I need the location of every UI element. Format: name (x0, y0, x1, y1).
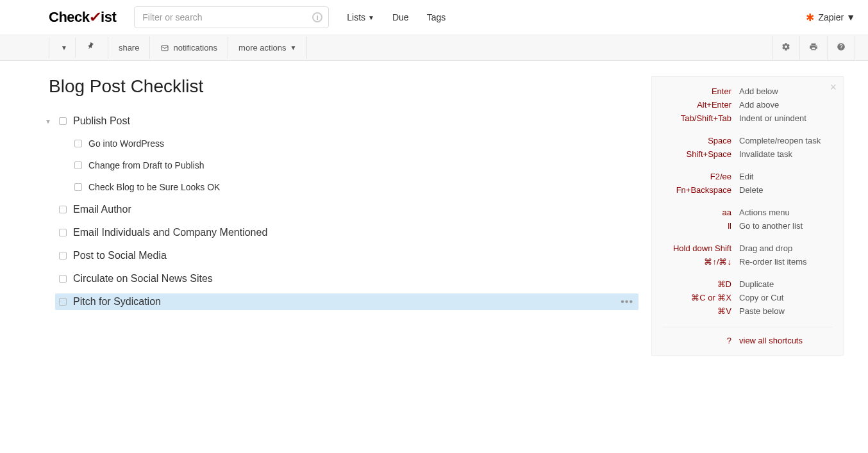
shortcut-desc: Re-order list items (739, 257, 833, 267)
item-row[interactable]: Pitch for Sydication••• (55, 293, 638, 310)
shortcut-desc: Add above (739, 100, 833, 110)
shortcut-row: Tab/Shift+TabIndent or unindent (662, 111, 833, 125)
nav-lists-label: Lists (347, 12, 365, 22)
shortcut-desc: Add below (739, 86, 833, 96)
shortcut-key: F2/ee (662, 172, 739, 181)
shortcut-desc: Edit (739, 172, 833, 181)
shortcut-key: Fn+Backspace (662, 185, 739, 195)
shortcut-row: EnterAdd below (662, 85, 833, 98)
shortcut-desc: Go to another list (739, 221, 833, 231)
shortcut-group: ⌘DDuplicate⌘C or ⌘XCopy or Cut⌘VPaste be… (662, 277, 833, 318)
item-row[interactable]: Email Individuals and Company Mentioned (55, 224, 638, 241)
shortcut-key: Shift+Space (662, 149, 739, 159)
shortcut-desc: Actions menu (739, 208, 833, 217)
list-item[interactable]: Go into WordPress (55, 133, 638, 154)
toolbar-share[interactable]: share (108, 37, 151, 59)
list-item[interactable]: Email Individuals and Company Mentioned (55, 221, 638, 244)
help-button[interactable] (827, 36, 855, 60)
toolbar: ▼ share notifications more actions ▼ (0, 35, 868, 61)
content: Blog Post Checklist ▼Publish PostGo into… (49, 76, 638, 356)
toolbar-more-actions-label: more actions (238, 43, 286, 53)
shortcut-group: SpaceComplete/reopen taskShift+SpaceInva… (662, 134, 833, 161)
nav-due[interactable]: Due (392, 12, 409, 22)
shortcut-footer-desc: view all shortcuts (739, 336, 833, 345)
list-item[interactable]: ▼Publish Post (55, 110, 638, 133)
toolbar-notifications[interactable]: notifications (150, 37, 228, 59)
checkbox[interactable] (74, 161, 82, 169)
info-icon[interactable]: i (312, 12, 322, 22)
item-row[interactable]: Email Author (55, 201, 638, 218)
list-item[interactable]: Post to Social Media (55, 244, 638, 267)
shortcut-row: llGo to another list (662, 219, 833, 233)
nav-lists[interactable]: Lists ▼ (347, 12, 374, 22)
user-menu[interactable]: ✱ Zapier ▼ (806, 12, 855, 24)
checkbox[interactable] (59, 275, 67, 283)
item-row[interactable]: Check Blog to be Sure Looks OK (71, 179, 638, 195)
shortcut-row: F2/eeEdit (662, 170, 833, 183)
shortcut-key: aa (662, 208, 739, 217)
nav-due-label: Due (392, 12, 409, 22)
list-item[interactable]: Check Blog to be Sure Looks OK (55, 176, 638, 198)
item-text: Pitch for Sydication (73, 296, 161, 308)
shortcut-desc: Invalidate task (739, 149, 833, 159)
checkbox[interactable] (59, 252, 67, 259)
item-text: Email Author (73, 204, 131, 215)
list-item[interactable]: Email Author (55, 198, 638, 221)
list-item[interactable]: Pitch for Sydication••• (55, 290, 638, 313)
shortcut-row: Shift+SpaceInvalidate task (662, 147, 833, 161)
shortcut-row: ⌘VPaste below (662, 304, 833, 318)
checkbox[interactable] (74, 183, 82, 191)
item-text: Check Blog to be Sure Looks OK (88, 182, 220, 192)
item-row[interactable]: Publish Post (55, 113, 638, 129)
shortcut-row: ⌘DDuplicate (662, 277, 833, 291)
shortcut-desc: Delete (739, 185, 833, 195)
toolbar-dropdown[interactable]: ▼ (49, 38, 76, 58)
more-icon[interactable]: ••• (621, 296, 633, 308)
shortcut-key: ⌘D (662, 279, 739, 289)
shortcut-key: ⌘V (662, 306, 739, 316)
checkbox[interactable] (74, 140, 82, 147)
nav-tags[interactable]: Tags (427, 12, 446, 22)
shortcut-footer[interactable]: ? view all shortcuts (662, 327, 833, 347)
list-item[interactable]: Change from Draft to Publish (55, 154, 638, 176)
checkbox[interactable] (59, 298, 67, 306)
checkbox[interactable] (59, 229, 67, 236)
checkbox[interactable] (59, 117, 67, 125)
checkbox[interactable] (59, 206, 67, 213)
logo-check-icon: ✓ (88, 9, 102, 26)
item-row[interactable]: Post to Social Media (55, 247, 638, 264)
shortcut-key: ⌘C or ⌘X (662, 293, 739, 302)
shortcut-desc: Complete/reopen task (739, 136, 833, 145)
toolbar-pin[interactable] (76, 37, 108, 59)
logo[interactable]: Check✓ist (49, 9, 116, 26)
list-item[interactable]: Circulate on Social News Sites (55, 267, 638, 290)
nav-tags-label: Tags (427, 12, 446, 22)
print-button[interactable] (799, 36, 827, 60)
logo-text-2: ist (101, 9, 116, 25)
caret-down-icon: ▼ (846, 12, 855, 22)
item-text: Email Individuals and Company Mentioned (73, 227, 267, 238)
toolbar-more-actions[interactable]: more actions ▼ (228, 37, 307, 59)
shortcut-group: EnterAdd belowAlt+EnterAdd aboveTab/Shif… (662, 85, 833, 125)
shortcut-key: Alt+Enter (662, 100, 739, 110)
item-row[interactable]: Change from Draft to Publish (71, 158, 638, 173)
expand-toggle-icon[interactable]: ▼ (45, 118, 54, 125)
user-name-label: Zapier (818, 12, 844, 22)
shortcut-key: Tab/Shift+Tab (662, 113, 739, 123)
caret-down-icon: ▼ (368, 14, 374, 21)
item-text: Change from Draft to Publish (88, 160, 204, 170)
shortcut-key: ⌘↑/⌘↓ (662, 257, 739, 267)
search-box: i (134, 6, 329, 28)
settings-button[interactable] (772, 36, 799, 60)
caret-down-icon: ▼ (290, 44, 297, 51)
search-input[interactable] (134, 6, 329, 28)
shortcut-desc: Copy or Cut (739, 293, 833, 302)
shortcut-desc: Duplicate (739, 279, 833, 289)
item-row[interactable]: Circulate on Social News Sites (55, 270, 638, 287)
item-text: Circulate on Social News Sites (73, 273, 213, 284)
page-title: Blog Post Checklist (49, 76, 638, 97)
shortcut-key: ll (662, 221, 739, 231)
close-icon[interactable]: × (830, 81, 837, 94)
item-row[interactable]: Go into WordPress (71, 136, 638, 151)
item-text: Post to Social Media (73, 250, 167, 261)
